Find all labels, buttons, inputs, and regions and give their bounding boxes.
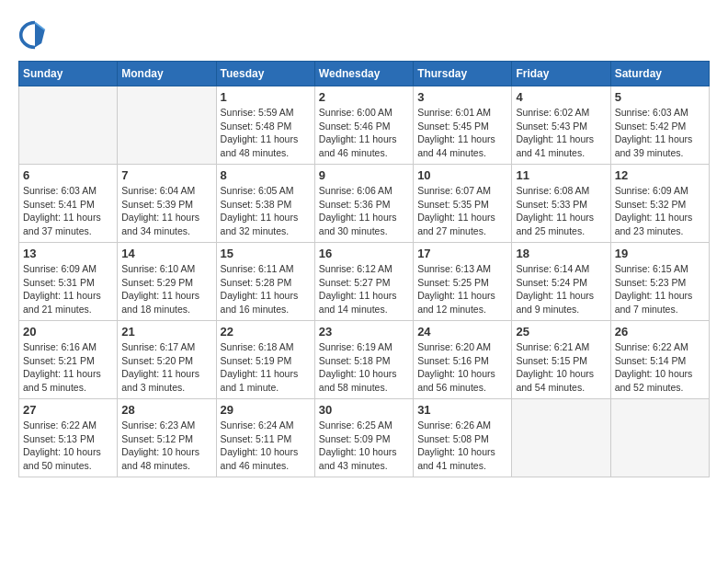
calendar-cell: 23Sunrise: 6:19 AMSunset: 5:18 PMDayligh…: [314, 321, 413, 399]
day-info: Sunrise: 6:26 AMSunset: 5:08 PMDaylight:…: [417, 419, 507, 473]
day-number: 28: [121, 403, 211, 417]
day-info: Sunrise: 6:01 AMSunset: 5:45 PMDaylight:…: [417, 106, 507, 160]
calendar-cell: 6Sunrise: 6:03 AMSunset: 5:41 PMDaylight…: [19, 165, 118, 243]
day-info: Sunrise: 6:02 AMSunset: 5:43 PMDaylight:…: [516, 106, 606, 160]
logo-icon: [18, 18, 51, 52]
calendar-cell: 22Sunrise: 6:18 AMSunset: 5:19 PMDayligh…: [216, 321, 314, 399]
day-info: Sunrise: 6:18 AMSunset: 5:19 PMDaylight:…: [221, 340, 311, 395]
day-info: Sunrise: 6:14 AMSunset: 5:24 PMDaylight:…: [516, 262, 606, 316]
day-number: 22: [221, 325, 311, 339]
day-number: 31: [417, 403, 507, 417]
day-number: 18: [516, 247, 606, 260]
day-number: 26: [615, 325, 705, 339]
day-number: 25: [516, 325, 606, 339]
day-number: 11: [516, 168, 606, 182]
day-info: Sunrise: 6:17 AMSunset: 5:20 PMDaylight:…: [121, 340, 211, 395]
day-info: Sunrise: 6:25 AMSunset: 5:09 PMDaylight:…: [319, 419, 409, 473]
day-info: Sunrise: 6:10 AMSunset: 5:29 PMDaylight:…: [121, 262, 211, 316]
calendar-cell: 29Sunrise: 6:24 AMSunset: 5:11 PMDayligh…: [216, 399, 314, 477]
day-info: Sunrise: 6:12 AMSunset: 5:27 PMDaylight:…: [319, 262, 409, 316]
week-row-3: 20Sunrise: 6:16 AMSunset: 5:21 PMDayligh…: [19, 321, 710, 399]
day-number: 1: [221, 90, 311, 104]
day-info: Sunrise: 6:24 AMSunset: 5:11 PMDaylight:…: [221, 419, 311, 473]
week-row-2: 13Sunrise: 6:09 AMSunset: 5:31 PMDayligh…: [19, 243, 710, 321]
calendar-cell: 2Sunrise: 6:00 AMSunset: 5:46 PMDaylight…: [314, 86, 413, 165]
calendar-cell: 3Sunrise: 6:01 AMSunset: 5:45 PMDaylight…: [414, 86, 512, 165]
calendar-cell: 16Sunrise: 6:12 AMSunset: 5:27 PMDayligh…: [314, 243, 413, 321]
day-number: 30: [319, 403, 409, 417]
calendar-cell: 24Sunrise: 6:20 AMSunset: 5:16 PMDayligh…: [414, 321, 512, 399]
calendar-cell: 8Sunrise: 6:05 AMSunset: 5:38 PMDaylight…: [216, 165, 314, 243]
day-number: 13: [23, 247, 113, 260]
day-number: 5: [615, 90, 705, 104]
day-number: 21: [121, 325, 211, 339]
calendar-cell: 28Sunrise: 6:23 AMSunset: 5:12 PMDayligh…: [118, 399, 216, 477]
day-info: Sunrise: 6:23 AMSunset: 5:12 PMDaylight:…: [121, 419, 211, 473]
calendar-cell: 27Sunrise: 6:22 AMSunset: 5:13 PMDayligh…: [19, 399, 118, 477]
day-info: Sunrise: 6:00 AMSunset: 5:46 PMDaylight:…: [319, 106, 409, 160]
calendar-cell: 19Sunrise: 6:15 AMSunset: 5:23 PMDayligh…: [610, 243, 709, 321]
weekday-header-monday: Monday: [118, 62, 216, 86]
day-number: 24: [417, 325, 507, 339]
day-number: 20: [23, 325, 113, 339]
day-number: 14: [121, 247, 211, 260]
day-info: Sunrise: 6:11 AMSunset: 5:28 PMDaylight:…: [221, 262, 311, 316]
calendar-cell: 7Sunrise: 6:04 AMSunset: 5:39 PMDaylight…: [118, 165, 216, 243]
weekday-header-thursday: Thursday: [414, 62, 512, 86]
calendar-cell: 4Sunrise: 6:02 AMSunset: 5:43 PMDaylight…: [512, 86, 610, 165]
calendar-cell: 31Sunrise: 6:26 AMSunset: 5:08 PMDayligh…: [414, 399, 512, 477]
logo: [18, 18, 55, 52]
day-info: Sunrise: 6:15 AMSunset: 5:23 PMDaylight:…: [615, 262, 705, 316]
calendar-cell: 9Sunrise: 6:06 AMSunset: 5:36 PMDaylight…: [314, 165, 413, 243]
week-row-0: 1Sunrise: 5:59 AMSunset: 5:48 PMDaylight…: [19, 86, 710, 165]
calendar-cell: 18Sunrise: 6:14 AMSunset: 5:24 PMDayligh…: [512, 243, 610, 321]
day-info: Sunrise: 6:20 AMSunset: 5:16 PMDaylight:…: [417, 340, 507, 395]
day-number: 12: [615, 168, 705, 182]
day-number: 17: [417, 247, 507, 260]
day-info: Sunrise: 6:22 AMSunset: 5:14 PMDaylight:…: [615, 340, 705, 395]
calendar-cell: 11Sunrise: 6:08 AMSunset: 5:33 PMDayligh…: [512, 165, 610, 243]
calendar-cell: [19, 86, 118, 165]
calendar-cell: 14Sunrise: 6:10 AMSunset: 5:29 PMDayligh…: [118, 243, 216, 321]
calendar-cell: 10Sunrise: 6:07 AMSunset: 5:35 PMDayligh…: [414, 165, 512, 243]
calendar-cell: 1Sunrise: 5:59 AMSunset: 5:48 PMDaylight…: [216, 86, 314, 165]
day-info: Sunrise: 6:21 AMSunset: 5:15 PMDaylight:…: [516, 340, 606, 395]
calendar-cell: 20Sunrise: 6:16 AMSunset: 5:21 PMDayligh…: [19, 321, 118, 399]
calendar-cell: 30Sunrise: 6:25 AMSunset: 5:09 PMDayligh…: [314, 399, 413, 477]
calendar-header: SundayMondayTuesdayWednesdayThursdayFrid…: [19, 62, 710, 86]
calendar-cell: 12Sunrise: 6:09 AMSunset: 5:32 PMDayligh…: [610, 165, 709, 243]
day-info: Sunrise: 6:05 AMSunset: 5:38 PMDaylight:…: [221, 184, 311, 238]
day-number: 27: [23, 403, 113, 417]
weekday-header-sunday: Sunday: [19, 62, 118, 86]
calendar-cell: 13Sunrise: 6:09 AMSunset: 5:31 PMDayligh…: [19, 243, 118, 321]
day-number: 16: [319, 247, 409, 260]
week-row-4: 27Sunrise: 6:22 AMSunset: 5:13 PMDayligh…: [19, 399, 710, 477]
day-info: Sunrise: 6:09 AMSunset: 5:31 PMDaylight:…: [23, 262, 113, 316]
day-number: 10: [417, 168, 507, 182]
day-info: Sunrise: 6:08 AMSunset: 5:33 PMDaylight:…: [516, 184, 606, 238]
day-info: Sunrise: 6:03 AMSunset: 5:41 PMDaylight:…: [23, 184, 113, 238]
week-row-1: 6Sunrise: 6:03 AMSunset: 5:41 PMDaylight…: [19, 165, 710, 243]
weekday-header-saturday: Saturday: [610, 62, 709, 86]
day-number: 23: [319, 325, 409, 339]
calendar-cell: [610, 399, 709, 477]
day-info: Sunrise: 6:09 AMSunset: 5:32 PMDaylight:…: [615, 184, 705, 238]
weekday-header-tuesday: Tuesday: [216, 62, 314, 86]
day-number: 4: [516, 90, 606, 104]
calendar-cell: 15Sunrise: 6:11 AMSunset: 5:28 PMDayligh…: [216, 243, 314, 321]
weekday-header-friday: Friday: [512, 62, 610, 86]
calendar-cell: 21Sunrise: 6:17 AMSunset: 5:20 PMDayligh…: [118, 321, 216, 399]
calendar-cell: [118, 86, 216, 165]
day-info: Sunrise: 5:59 AMSunset: 5:48 PMDaylight:…: [221, 106, 311, 160]
day-info: Sunrise: 6:22 AMSunset: 5:13 PMDaylight:…: [23, 419, 113, 473]
day-number: 3: [417, 90, 507, 104]
calendar-cell: [512, 399, 610, 477]
day-number: 29: [221, 403, 311, 417]
calendar-body: 1Sunrise: 5:59 AMSunset: 5:48 PMDaylight…: [19, 86, 710, 477]
day-info: Sunrise: 6:16 AMSunset: 5:21 PMDaylight:…: [23, 340, 113, 395]
day-info: Sunrise: 6:04 AMSunset: 5:39 PMDaylight:…: [121, 184, 211, 238]
day-info: Sunrise: 6:06 AMSunset: 5:36 PMDaylight:…: [319, 184, 409, 238]
weekday-header-wednesday: Wednesday: [314, 62, 413, 86]
day-number: 9: [319, 168, 409, 182]
calendar-table: SundayMondayTuesdayWednesdayThursdayFrid…: [18, 61, 710, 477]
